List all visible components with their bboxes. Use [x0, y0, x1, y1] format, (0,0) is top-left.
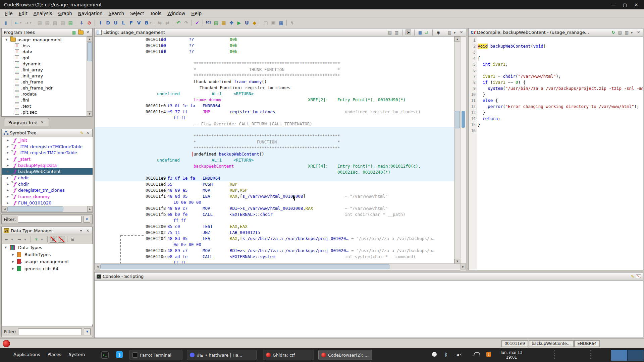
taskbar-menu[interactable]: System [69, 352, 85, 357]
taskbar-window-button[interactable]: Ghidra: ctf [263, 350, 314, 360]
paste-icon[interactable]: ▥ [394, 30, 399, 35]
tree-section-item[interactable]: .eh_frame_hdr [2, 85, 87, 91]
expander-icon[interactable]: ▶ [7, 170, 10, 173]
export-icon[interactable]: ▥ [624, 30, 629, 35]
listing-row[interactable]: 001011dd 00 ?? 00h [95, 37, 454, 43]
code-line[interactable]: 10 } [469, 92, 643, 98]
paste-icon-1[interactable]: ▤ [36, 19, 43, 26]
console-output[interactable] [95, 281, 643, 337]
symbol-tree-item[interactable]: ▶ ƒ _start [2, 156, 93, 162]
listing-row[interactable] [95, 127, 454, 133]
tree-section-item[interactable]: .fini [2, 97, 87, 103]
listing-row[interactable]: undefined AL:1 <RETURN> [95, 91, 454, 97]
edit-icon[interactable]: ✎ [80, 131, 84, 135]
close-icon[interactable]: ✕ [459, 30, 464, 35]
expander-icon[interactable]: ▼ [5, 38, 9, 41]
diff-view-icon[interactable]: ⇄ [424, 30, 429, 35]
swap-icon-1[interactable]: ⇆ [156, 19, 163, 26]
letter-i-icon[interactable]: I [97, 19, 104, 26]
letters-dropdown-icon[interactable]: ▾ [149, 19, 152, 26]
symbol-tree-item[interactable]: ▶ ↷ ƒ _ITM_registerTMCloneTable [2, 149, 93, 156]
code-line[interactable]: 6 [469, 67, 643, 73]
toolbar-separator[interactable] [11, 20, 11, 26]
listing-row[interactable]: 001011df 00 ?? 00h [95, 49, 454, 55]
listing-row[interactable]: 00101202 75 11 JNZ LAB_00101215 [95, 230, 454, 236]
listing-row[interactable]: 0d 0e 00 00 [95, 242, 454, 248]
code-line[interactable]: 15 } [469, 122, 643, 128]
maximize-button[interactable]: ▢ [619, 1, 631, 8]
expander-icon[interactable]: ▶ [7, 195, 10, 198]
expander-icon[interactable]: ▶ [7, 151, 10, 154]
listing-row[interactable]: 00101204 48 8d 05 LEA RAX,[s_/usr/bin/7z… [95, 236, 454, 242]
listing-row[interactable]: 001011e9 f3 0f 1e fa ENDBR64 [95, 175, 454, 181]
tree-root-usage-management[interactable]: ▼ usage_management [2, 37, 87, 43]
forward-dropdown-icon[interactable]: ▾ [29, 19, 32, 26]
symbol-tree-item[interactable]: ▶ ↷ ƒ frame_dummy [2, 193, 93, 200]
listing-row[interactable]: undefined backupWebContent() [95, 151, 454, 157]
clock[interactable]: lun. mai 13 19:01 [498, 350, 525, 360]
undo-icon[interactable]: ↶ [175, 19, 182, 26]
menu-item[interactable]: Select [127, 11, 147, 16]
listing-row[interactable]: 0010120b 48 89 c7 MOV RDI=>s_/usr/bin/7z… [95, 248, 454, 254]
minimize-button[interactable]: — [608, 1, 619, 8]
menu-item[interactable]: File [2, 11, 16, 16]
symbol-filter-input[interactable] [18, 216, 82, 223]
filter-pointers-icon[interactable]: ➤ [58, 236, 65, 243]
symbol-tree-item[interactable]: ▶ ↷ ƒ chdir [2, 181, 93, 187]
open-folder-icon[interactable] [78, 31, 84, 35]
bluetooth-icon[interactable]: ᛒ [445, 352, 447, 357]
back-dropdown-icon[interactable]: ▾ [19, 19, 22, 26]
expander-icon[interactable]: ▶ [7, 164, 10, 167]
symbol-tree-item[interactable]: ▶ ƒ FUN_00101020 [2, 200, 93, 206]
copy-icon[interactable]: ▤ [387, 30, 392, 35]
window2-icon[interactable]: ▣ [270, 19, 277, 26]
symbol-tree-item[interactable]: ▶ ƒ backupWebContent [2, 168, 93, 175]
tree-section-item[interactable]: .rodata [2, 91, 87, 97]
letter-v-icon[interactable]: V [135, 19, 143, 26]
listing-row[interactable]: undefined AL:1 <RETURN> [95, 157, 454, 163]
code-line[interactable]: 13 } [469, 110, 643, 116]
menu-item[interactable]: Tools [147, 11, 164, 16]
expander-icon[interactable]: ▶ [7, 145, 10, 148]
vertical-scrollbar[interactable]: ▲ ▼ [87, 37, 92, 116]
validate-icon[interactable]: ✔ [194, 19, 201, 26]
expander-icon[interactable]: ▶ [7, 139, 10, 142]
run-icon[interactable]: ▶ [235, 19, 243, 26]
code-line[interactable]: 2 void backupWebContent(void) [469, 43, 643, 49]
taskbar-menu[interactable]: Applications [13, 352, 40, 357]
dtm-filter-input[interactable] [18, 328, 82, 335]
listing-row[interactable]: ****************************************… [95, 145, 454, 151]
cursor-location-icon[interactable]: ➤ [406, 29, 411, 35]
listing-row[interactable]: 001011f1 48 8d 05 LEA RAX,[s_/var/www/ht… [95, 193, 454, 199]
table-icon[interactable]: ▦ [277, 19, 285, 26]
filter-arrays-icon[interactable]: ▦ [50, 236, 57, 243]
close-icon[interactable]: ✕ [636, 30, 641, 35]
letter-f-icon[interactable]: F [127, 19, 135, 26]
listing-row[interactable]: * FUNCTION * [95, 139, 454, 145]
paste-icon-4[interactable]: ▤ [59, 19, 66, 26]
listing-row[interactable]: frame_dummy XREF[2]: Entry Point(*), 001… [95, 97, 454, 103]
script-manager-icon[interactable]: ▤ [212, 19, 220, 26]
code-line[interactable]: 1 [469, 37, 643, 43]
updates-tray-icon[interactable]: ↓ [486, 352, 491, 357]
letter-l-icon[interactable]: L [120, 19, 127, 26]
listing-row[interactable]: 001011e0 f3 0f 1e fa ENDBR64 [95, 103, 454, 109]
chevron-down-icon[interactable]: ▾ [629, 30, 634, 35]
symbol-tree-item[interactable]: ▶ ƒ backupMysqlData [2, 162, 93, 169]
toolbar-separator[interactable] [95, 20, 95, 26]
disable-icon[interactable]: ⊘ [86, 19, 93, 26]
panel-handle[interactable] [590, 350, 591, 360]
bytes-viewer-icon[interactable]: 101 [205, 19, 212, 26]
tree-section-item[interactable]: .dynamic [2, 61, 87, 67]
data-type-item[interactable]: ▶ BuiltInTypes [2, 251, 93, 258]
taskbar-window-button[interactable]: #⊞ • hardware | Ha... [187, 350, 257, 360]
refresh-icon[interactable]: ↻ [611, 30, 616, 35]
letter-u-icon[interactable]: U [112, 19, 119, 26]
listing-row[interactable]: thunk undefined frame_dummy() [95, 79, 454, 85]
listing-row[interactable]: -- Flow Override: CALL_RETURN (CALL_TERM… [95, 121, 454, 127]
clover-icon[interactable]: ✤ [228, 19, 235, 26]
taskbar-window-button[interactable]: CodeBrowser(2): ctf:/u... [318, 350, 372, 360]
edit-fields-icon[interactable]: ▦ [418, 30, 423, 35]
listing-row[interactable]: ****************************************… [95, 133, 454, 139]
close-button[interactable]: ✕ [631, 1, 642, 8]
